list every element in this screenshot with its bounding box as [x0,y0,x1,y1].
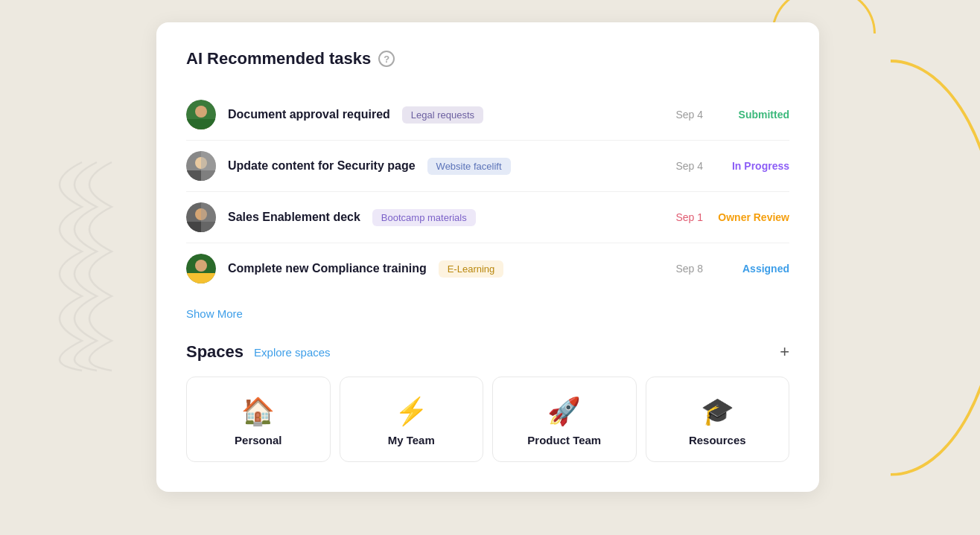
house-icon: 🏠 [241,398,275,425]
task-row[interactable]: Document approval required Legal request… [186,89,789,141]
task-tag: E-Learning [439,260,504,278]
space-label: My Team [388,434,435,446]
task-date: Sep 1 [675,211,703,223]
add-space-button[interactable]: + [780,342,789,362]
task-date: Sep 4 [675,160,703,172]
spaces-header: Spaces Explore spaces + [186,342,789,362]
space-card-personal[interactable]: 🏠 Personal [186,377,331,462]
task-status: In Progress [715,160,789,172]
svg-rect-11 [201,202,216,232]
task-name: Update content for Security page [228,159,416,173]
lightning-icon: ⚡ [395,398,428,425]
avatar [186,254,216,283]
task-list: Document approval required Legal request… [186,89,789,294]
avatar [186,202,216,232]
task-row[interactable]: Complete new Compliance training E-Learn… [186,243,789,294]
task-tag: Legal requests [402,106,483,124]
section-title: AI Recommended tasks [186,49,371,68]
svg-rect-14 [186,273,216,283]
task-status: Assigned [715,263,789,275]
rocket-icon: 🚀 [547,398,581,425]
decorative-wavy [52,155,127,381]
task-name: Sales Enablement deck [228,211,360,224]
task-status: Submitted [715,109,789,121]
task-date: Sep 8 [675,263,703,275]
avatar [186,100,216,129]
svg-rect-3 [186,119,216,129]
task-row[interactable]: Update content for Security page Website… [186,141,789,192]
section-header: AI Recommended tasks ? [186,49,789,68]
space-card-product-team[interactable]: 🚀 Product Team [492,377,637,462]
show-more-link[interactable]: Show More [186,307,243,320]
avatar [186,151,216,181]
task-tag: Bootcamp materials [372,209,476,226]
task-name: Complete new Compliance training [228,262,427,275]
spaces-title: Spaces [186,342,244,362]
svg-rect-7 [201,151,216,181]
svg-point-13 [195,260,207,272]
explore-spaces-link[interactable]: Explore spaces [254,346,331,359]
task-status: Owner Review [715,211,789,223]
task-tag: Website facelift [427,158,511,175]
spaces-grid: 🏠 Personal ⚡ My Team 🚀 Product Team 🎓 Re… [186,377,789,462]
space-label: Resources [689,434,746,446]
main-panel: AI Recommended tasks ? Document approval… [156,22,819,492]
help-icon[interactable]: ? [378,51,395,67]
space-card-resources[interactable]: 🎓 Resources [646,377,790,462]
task-name: Document approval required [228,108,390,121]
space-label: Personal [235,434,281,446]
svg-point-1 [195,106,207,118]
space-label: Product Team [527,434,601,446]
space-card-my-team[interactable]: ⚡ My Team [340,377,484,462]
graduation-icon: 🎓 [701,398,734,425]
task-row[interactable]: Sales Enablement deck Bootcamp materials… [186,192,789,243]
task-date: Sep 4 [675,109,703,121]
